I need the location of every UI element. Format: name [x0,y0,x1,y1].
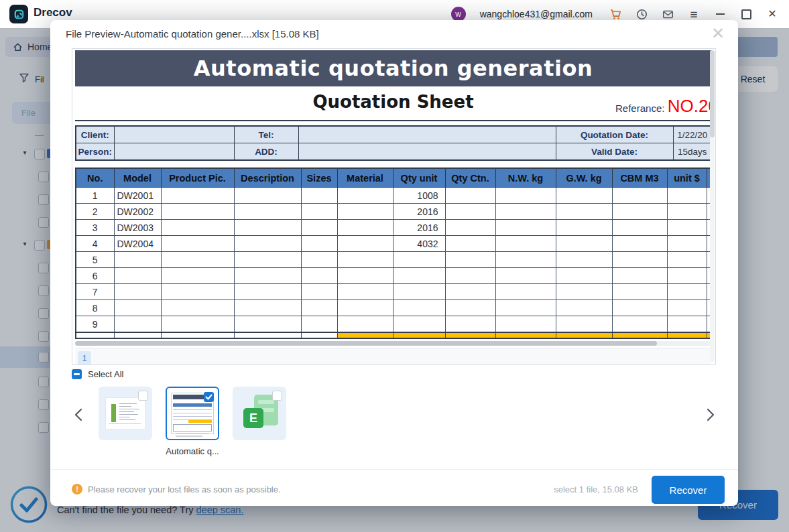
sheet-tab-1[interactable]: 1 [78,351,91,365]
file-preview-modal: File Preview-Automatic quotation gener..… [50,20,738,506]
column-header: Model [114,168,161,188]
app-title: Drecov [34,6,72,19]
selected-thumbnail-caption: Automatic q... [156,446,229,456]
history-icon[interactable] [635,8,648,20]
preview-panel: Automatic quotation generation Quotation… [72,48,716,365]
thumbnail-file-1[interactable] [99,387,152,440]
preview-banner: Automatic quotation generation [75,50,711,86]
column-header: Sizes [301,168,337,188]
preview-table-row: 5 [76,252,712,268]
thumbnail-file-2-selected[interactable] [166,387,219,440]
preview-table-row: 4DW20044032 [76,236,712,252]
cart-icon[interactable] [609,8,621,20]
maximize-icon[interactable] [740,8,752,20]
footer-warning-text: Please recover your lost files as soon a… [88,484,281,494]
thumbnail-3-checkbox[interactable] [272,391,282,401]
select-all-row[interactable]: Select All [72,369,123,379]
preview-table-row: 6 [76,268,712,284]
thumbnail-1-checkbox[interactable] [138,391,148,401]
info-row: Client: Tel: Quotation Date: 1/22/20 [76,126,712,143]
thumbnail-2-checkbox-checked[interactable] [204,392,214,402]
recover-button[interactable]: Recover [652,476,725,504]
drecov-logo-icon [9,5,28,23]
column-header: Qty Ctn. [445,168,495,188]
chevron-right-icon[interactable] [703,407,718,423]
quotation-info-table: Client: Tel: Quotation Date: 1/22/20 Per… [75,125,713,161]
modal-title: File Preview-Automatic quotation gener..… [66,28,319,40]
select-all-checkbox[interactable] [72,369,82,379]
minimize-icon[interactable] [714,8,726,20]
horizontal-scrollbar[interactable] [75,341,711,346]
reference-number: NO.20 [668,96,711,116]
modal-close-icon[interactable]: ✕ [711,25,725,42]
preview-table-body: 1DW200110082DW200220163DW200320164DW2004… [76,188,712,333]
column-header: Description [234,168,301,188]
vertical-scrollbar-thumb[interactable] [710,50,715,137]
preview-table-row: 1DW20011008 [76,188,712,204]
quotation-table: No.ModelProduct Pic.DescriptionSizesMate… [75,168,713,339]
column-header: Product Pic. [161,168,234,188]
app-window: Drecov w wangchloe431@gmail.com [0,0,789,532]
column-header: unit $ [667,168,707,188]
preview-table-yellow-row [76,332,712,338]
preview-table-row: 3DW20032016 [76,220,712,236]
avatar[interactable]: w [451,7,466,21]
preview-table-row: 9 [76,316,712,333]
column-header: N.W. kg [495,168,556,188]
user-email: wangchloe431@gmail.com [480,9,593,19]
vertical-scrollbar[interactable] [710,50,715,362]
thumbnail-1-preview-image [106,398,145,429]
menu-icon[interactable]: ≡ [688,8,700,20]
selection-summary: select 1 file, 15.08 KB [554,484,638,494]
close-window-icon[interactable]: ✕ [766,8,778,20]
select-all-label: Select All [88,369,123,379]
thumbnail-file-3[interactable]: E [233,387,286,440]
column-header: G.W. kg [556,168,612,188]
preview-table-header-row: No.ModelProduct Pic.DescriptionSizesMate… [76,168,712,188]
horizontal-scrollbar-thumb[interactable] [75,341,657,346]
column-header: CBM M3 [612,168,667,188]
preview-table-row: 2DW20022016 [76,204,712,220]
preview-table-row: 7 [76,284,712,300]
column-header: No. [76,168,114,188]
chevron-left-icon[interactable] [71,407,86,423]
preview-banner-title: Automatic quotation generation [194,56,593,81]
sheet-tab-strip: 1 [75,348,711,365]
info-row: Person: ADD: Valid Date: 15days [76,143,712,161]
preview-table-row: 8 [76,300,712,316]
warning-icon: ! [72,484,82,494]
column-header: Material [337,168,393,188]
reference: Referance: NO.20 [615,96,711,117]
column-header: Qty unit [393,168,445,188]
footer-divider [50,469,738,470]
mail-icon[interactable] [662,8,674,20]
